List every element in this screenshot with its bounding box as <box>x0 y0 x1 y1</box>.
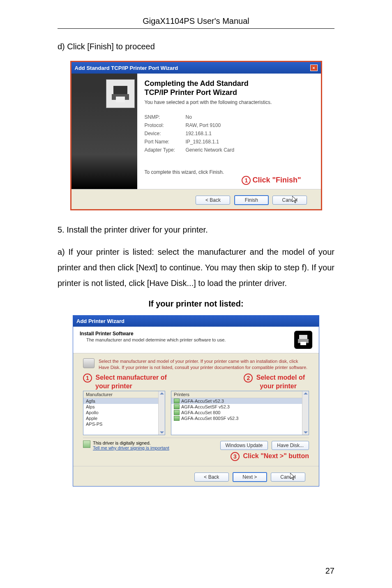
listbox-header: Printers <box>171 391 309 398</box>
kv-val: RAW, Port 9100 <box>186 122 221 128</box>
header-rule <box>58 28 334 29</box>
dialog-button-bar: < Back Next > Cancel <box>73 466 319 486</box>
cancel-button[interactable]: Cancel <box>271 473 305 482</box>
list-item[interactable]: Alps <box>83 404 165 410</box>
kv-val: 192.168.1.1 <box>186 131 212 136</box>
printer-model-icon <box>174 416 180 421</box>
step-a-text: a) If your printer is listed: select the… <box>58 244 334 291</box>
wizard-heading: Completing the Add Standard TCP/IP Print… <box>145 79 314 97</box>
annotation-sub-text: your printer <box>260 383 297 390</box>
disk-icon <box>83 358 95 368</box>
annotation-row: 1 Select manufacturer of 2 Select model … <box>83 373 309 383</box>
wizard-instruction: To complete this wizard, click Finish. <box>145 169 314 175</box>
svg-rect-5 <box>300 342 306 345</box>
back-button[interactable]: < Back <box>194 473 229 482</box>
scrollbar[interactable] <box>158 391 165 435</box>
printer-icon <box>294 331 312 349</box>
annotation-click-finish: 1Click "Finish" <box>145 176 314 185</box>
windows-update-button[interactable]: Windows Update <box>220 441 268 450</box>
kv-row: SNMP:No <box>145 114 314 120</box>
annotation-text: Click "Finish" <box>252 176 301 184</box>
certificate-icon <box>83 440 90 448</box>
step-5-text: 5. Install the printer driver for your p… <box>58 222 334 238</box>
step-d-text: d) Click [Finish] to proceed <box>58 39 334 54</box>
wizard-heading-line2: TCP/IP Printer Port Wizard <box>145 88 238 97</box>
dialog-header-title: Install Printer Software <box>80 331 226 337</box>
annotation-text: Select model of <box>256 374 305 381</box>
printers-listbox[interactable]: Printers AGFA-AccuSet v52.3 AGFA-AccuSet… <box>171 391 309 435</box>
list-item[interactable]: Agfa <box>83 398 165 404</box>
printer-icon <box>106 79 135 108</box>
driver-signed-row: This driver is digitally signed. Tell me… <box>83 438 309 450</box>
manufacturer-listbox[interactable]: Manufacturer Agfa Alps Apollo Apple APS-… <box>83 391 165 435</box>
dialog-header: Install Printer Software The manufacture… <box>73 327 319 353</box>
cursor-icon <box>290 473 297 482</box>
signing-info-link[interactable]: Tell me why driver signing is important <box>93 445 169 450</box>
cursor-icon <box>292 196 299 205</box>
dialog-header-sub: The manufacturer and model determine whi… <box>80 337 226 342</box>
dialog-title-text: Add Standard TCP/IP Printer Port Wizard <box>75 65 178 71</box>
if-not-listed-heading: If your printer not listed: <box>58 299 334 309</box>
printer-model-icon <box>174 399 180 404</box>
have-disk-button[interactable]: Have Disk... <box>272 441 309 450</box>
kv-val: No <box>186 114 192 120</box>
list-item[interactable]: APS-PS <box>83 421 165 427</box>
kv-row: Protocol:RAW, Port 9100 <box>145 122 314 128</box>
doc-header: GigaX1104PS User's Manual <box>58 16 334 26</box>
list-item[interactable]: Apollo <box>83 410 165 415</box>
svg-rect-2 <box>116 97 125 102</box>
annotation-text: Click "Next >" button <box>243 452 309 459</box>
annotation-text: Select manufacturer of <box>95 374 166 381</box>
cancel-button[interactable]: Cancel <box>272 196 307 205</box>
instruction-text: Select the manufacturer and model of you… <box>99 358 309 370</box>
kv-val: IP_192.168.1.1 <box>186 139 219 145</box>
back-button[interactable]: < Back <box>196 196 230 205</box>
list-item[interactable]: AGFA-AccuSet 800SF v52.3 <box>171 415 309 421</box>
annotation-number-3: 3 <box>231 452 240 461</box>
svg-rect-3 <box>299 335 307 339</box>
kv-row: Adapter Type:Generic Network Card <box>145 147 314 153</box>
kv-key: Protocol: <box>145 122 186 128</box>
scrollbar[interactable] <box>302 391 309 435</box>
kv-key: Adapter Type: <box>145 147 186 153</box>
list-item-label: AGFA-AccuSet v52.3 <box>181 399 224 404</box>
wizard-subtext: You have selected a port with the follow… <box>145 99 314 105</box>
dialog-button-bar: < Back Finish Cancel <box>71 189 321 209</box>
annotation-sub-row: your printer your printer <box>83 383 309 391</box>
list-item[interactable]: AGFA-AccuSet v52.3 <box>171 398 309 404</box>
instruction-block: Select the manufacturer and model of you… <box>83 358 309 370</box>
annotation-number-1: 1 <box>83 374 92 383</box>
dialog-title-bar: Add Standard TCP/IP Printer Port Wizard … <box>71 62 321 74</box>
list-item[interactable]: AGFA-AccuSet 800 <box>171 410 309 415</box>
kv-val: Generic Network Card <box>186 147 235 153</box>
next-button[interactable]: Next > <box>233 472 267 482</box>
wizard-heading-line1: Completing the Add Standard <box>145 79 249 88</box>
list-item[interactable]: Apple <box>83 415 165 421</box>
listbox-header: Manufacturer <box>83 391 165 398</box>
dialog-title-bar: Add Printer Wizard <box>73 316 319 327</box>
finish-button[interactable]: Finish <box>234 195 269 205</box>
svg-rect-0 <box>113 86 127 94</box>
printer-model-icon <box>174 404 180 409</box>
list-item-label: AGFA-AccuSet 800 <box>181 410 220 415</box>
kv-key: Device: <box>145 131 186 136</box>
tcpip-port-wizard-dialog: Add Standard TCP/IP Printer Port Wizard … <box>70 61 322 210</box>
annotation-sub-text: your printer <box>95 383 132 390</box>
annotation-number-2: 2 <box>244 374 253 383</box>
kv-row: Port Name:IP_192.168.1.1 <box>145 139 314 145</box>
annotation-number-1: 1 <box>242 176 251 185</box>
wizard-sidebar-graphic <box>71 74 137 189</box>
list-item-label: AGFA-AccuSet 800SF v52.3 <box>181 416 238 421</box>
close-icon[interactable]: × <box>310 65 318 71</box>
annotation-click-next: 3 Click "Next >" button <box>83 452 309 461</box>
kv-row: Device:192.168.1.1 <box>145 131 314 136</box>
list-item-label: AGFA-AccuSetSF v52.3 <box>181 404 230 409</box>
kv-key: SNMP: <box>145 114 186 120</box>
list-item[interactable]: AGFA-AccuSetSF v52.3 <box>171 404 309 410</box>
signed-text: This driver is digitally signed. <box>93 440 151 445</box>
kv-key: Port Name: <box>145 139 186 145</box>
printer-model-icon <box>174 410 180 415</box>
page-number: 27 <box>325 566 334 576</box>
add-printer-wizard-dialog: Add Printer Wizard Install Printer Softw… <box>73 315 319 487</box>
